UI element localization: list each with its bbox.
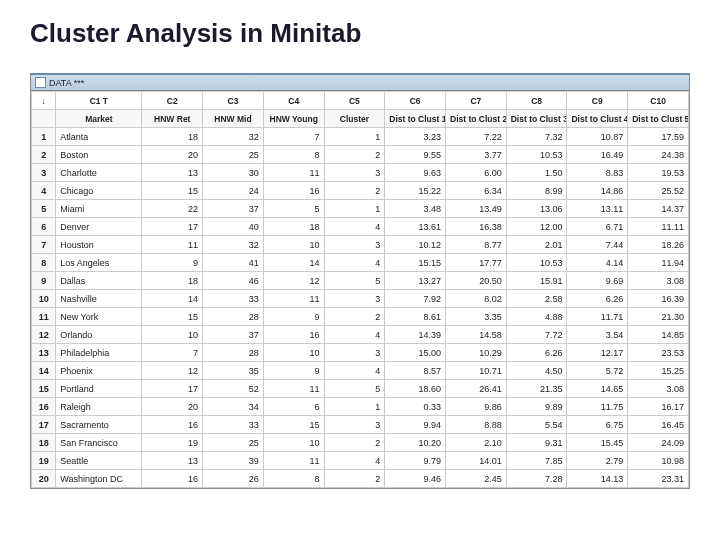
cell-value[interactable]: 10.20 — [385, 434, 446, 452]
cell-value[interactable]: 6.00 — [446, 164, 507, 182]
cell-value[interactable]: 2.01 — [506, 236, 567, 254]
cell-value[interactable]: 11 — [263, 164, 324, 182]
cell-market[interactable]: Denver — [56, 218, 142, 236]
row-number[interactable]: 17 — [32, 416, 56, 434]
cell-value[interactable]: 2 — [324, 470, 385, 488]
cell-value[interactable]: 9 — [263, 308, 324, 326]
cell-value[interactable]: 14.01 — [446, 452, 507, 470]
row-number[interactable]: 16 — [32, 398, 56, 416]
table-row[interactable]: 8Los Angeles94114415.1517.7710.534.1411.… — [32, 254, 689, 272]
cell-value[interactable]: 30 — [203, 164, 264, 182]
cell-value[interactable]: 3 — [324, 290, 385, 308]
cell-value[interactable]: 16.17 — [628, 398, 689, 416]
cell-value[interactable]: 15 — [142, 182, 203, 200]
cell-value[interactable]: 21.35 — [506, 380, 567, 398]
cell-value[interactable]: 7 — [263, 128, 324, 146]
col-name[interactable]: Dist to Clust 5 — [628, 110, 689, 128]
cell-value[interactable]: 26 — [203, 470, 264, 488]
col-id[interactable]: C1 T — [56, 92, 142, 110]
cell-value[interactable]: 14.65 — [567, 380, 628, 398]
cell-value[interactable]: 13 — [142, 452, 203, 470]
cell-value[interactable]: 3.35 — [446, 308, 507, 326]
row-number[interactable]: 20 — [32, 470, 56, 488]
cell-value[interactable]: 14 — [142, 290, 203, 308]
cell-value[interactable]: 1.50 — [506, 164, 567, 182]
cell-value[interactable]: 5 — [324, 272, 385, 290]
cell-value[interactable]: 14.58 — [446, 326, 507, 344]
col-id[interactable]: C9 — [567, 92, 628, 110]
cell-value[interactable]: 13.06 — [506, 200, 567, 218]
cell-value[interactable]: 8.61 — [385, 308, 446, 326]
cell-value[interactable]: 6.26 — [567, 290, 628, 308]
cell-value[interactable]: 6.34 — [446, 182, 507, 200]
cell-value[interactable]: 18 — [263, 218, 324, 236]
cell-value[interactable]: 3.08 — [628, 380, 689, 398]
col-id[interactable]: C3 — [203, 92, 264, 110]
col-name[interactable]: HNW Young — [263, 110, 324, 128]
cell-value[interactable]: 15.15 — [385, 254, 446, 272]
cell-value[interactable]: 17 — [142, 218, 203, 236]
cell-market[interactable]: Orlando — [56, 326, 142, 344]
cell-value[interactable]: 10 — [263, 434, 324, 452]
cell-value[interactable]: 2.79 — [567, 452, 628, 470]
cell-value[interactable]: 17.59 — [628, 128, 689, 146]
cell-value[interactable]: 15 — [142, 308, 203, 326]
cell-value[interactable]: 32 — [203, 236, 264, 254]
cell-value[interactable]: 10.98 — [628, 452, 689, 470]
table-row[interactable]: 3Charlotte13301139.636.001.508.8319.53 — [32, 164, 689, 182]
cell-value[interactable]: 10 — [142, 326, 203, 344]
row-number[interactable]: 12 — [32, 326, 56, 344]
cell-value[interactable]: 52 — [203, 380, 264, 398]
cell-value[interactable]: 13.49 — [446, 200, 507, 218]
cell-value[interactable]: 10.29 — [446, 344, 507, 362]
cell-value[interactable]: 8 — [263, 146, 324, 164]
table-row[interactable]: 10Nashville14331137.928.022.586.2616.39 — [32, 290, 689, 308]
col-id[interactable]: C8 — [506, 92, 567, 110]
cell-value[interactable]: 7.92 — [385, 290, 446, 308]
cell-value[interactable]: 15 — [263, 416, 324, 434]
cell-market[interactable]: Boston — [56, 146, 142, 164]
cell-value[interactable]: 3 — [324, 344, 385, 362]
cell-value[interactable]: 5 — [324, 380, 385, 398]
cell-value[interactable]: 3 — [324, 236, 385, 254]
cell-value[interactable]: 11 — [142, 236, 203, 254]
cell-market[interactable]: Raleigh — [56, 398, 142, 416]
col-id[interactable]: C10 — [628, 92, 689, 110]
cell-value[interactable]: 1 — [324, 398, 385, 416]
cell-value[interactable]: 10.53 — [506, 254, 567, 272]
cell-value[interactable]: 5 — [263, 200, 324, 218]
cell-value[interactable]: 37 — [203, 326, 264, 344]
table-row[interactable]: 9Dallas184612513.2720.5015.919.693.08 — [32, 272, 689, 290]
cell-value[interactable]: 23.31 — [628, 470, 689, 488]
row-number[interactable]: 10 — [32, 290, 56, 308]
cell-value[interactable]: 4.14 — [567, 254, 628, 272]
cell-value[interactable]: 20 — [142, 146, 203, 164]
row-number[interactable]: 18 — [32, 434, 56, 452]
cell-value[interactable]: 34 — [203, 398, 264, 416]
cell-value[interactable]: 4 — [324, 362, 385, 380]
cell-value[interactable]: 2.58 — [506, 290, 567, 308]
cell-value[interactable]: 11 — [263, 380, 324, 398]
cell-value[interactable]: 19 — [142, 434, 203, 452]
cell-value[interactable]: 7.28 — [506, 470, 567, 488]
cell-market[interactable]: Washington DC — [56, 470, 142, 488]
cell-value[interactable]: 9.79 — [385, 452, 446, 470]
cell-value[interactable]: 33 — [203, 290, 264, 308]
cell-value[interactable]: 8.88 — [446, 416, 507, 434]
cell-market[interactable]: Dallas — [56, 272, 142, 290]
cell-market[interactable]: Seattle — [56, 452, 142, 470]
cell-value[interactable]: 11 — [263, 290, 324, 308]
cell-value[interactable]: 9.55 — [385, 146, 446, 164]
cell-value[interactable]: 12 — [142, 362, 203, 380]
cell-value[interactable]: 2 — [324, 146, 385, 164]
cell-value[interactable]: 15.25 — [628, 362, 689, 380]
cell-value[interactable]: 9.69 — [567, 272, 628, 290]
cell-value[interactable]: 7.32 — [506, 128, 567, 146]
cell-market[interactable]: San Francisco — [56, 434, 142, 452]
cell-value[interactable]: 16 — [263, 326, 324, 344]
cell-value[interactable]: 39 — [203, 452, 264, 470]
cell-value[interactable]: 3.54 — [567, 326, 628, 344]
row-number[interactable]: 11 — [32, 308, 56, 326]
table-row[interactable]: 4Chicago152416215.226.348.9914.8625.52 — [32, 182, 689, 200]
cell-value[interactable]: 4 — [324, 452, 385, 470]
